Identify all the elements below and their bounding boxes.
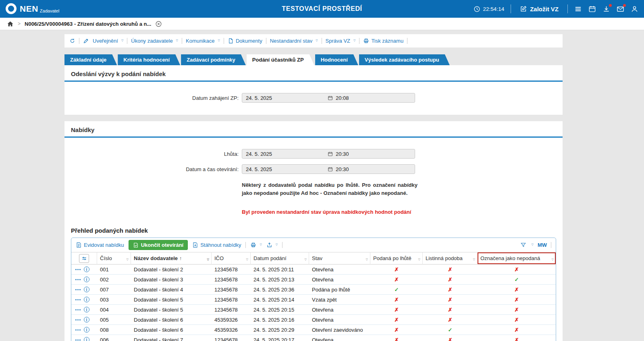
opening-datetime-field[interactable]: 24. 5. 2025 20:30: [242, 164, 415, 174]
offers-table: Číslo Název dodavatele IČO Datum podání …: [71, 252, 556, 341]
home-button[interactable]: [7, 21, 14, 27]
cell-stav: Otevřena: [309, 315, 370, 325]
row-info-icon[interactable]: [84, 297, 89, 302]
row-menu-icon[interactable]: [75, 309, 81, 310]
column-filter-icon[interactable]: [418, 255, 420, 261]
column-filter-icon[interactable]: [366, 255, 368, 261]
stahnout-nabidky-button[interactable]: Stáhnout nabídky: [192, 242, 241, 248]
mw-shortcut[interactable]: MW: [538, 242, 547, 248]
row-info-icon[interactable]: [84, 327, 89, 333]
tab-vysledek-zadavaciho-postupu[interactable]: Výsledek zadávacího postupu: [359, 54, 450, 65]
nen-logo[interactable]: NEN Zadavatel: [6, 2, 59, 16]
close-icon: [155, 21, 162, 27]
register-offer-icon: [76, 242, 82, 248]
calendar-icon[interactable]: [328, 95, 333, 101]
row-menu-icon[interactable]: [75, 269, 81, 270]
calendar-icon[interactable]: [328, 167, 333, 172]
tab-podani-ucastniku-zp[interactable]: Podání účastníků ZP: [247, 54, 314, 65]
start-datetime-field[interactable]: 24. 5. 2025 20:08: [242, 93, 415, 103]
toolbar-komunikace[interactable]: Komunikace: [186, 38, 220, 44]
column-filter-icon[interactable]: [552, 255, 554, 261]
cell-cislo: 006: [97, 335, 131, 341]
calendar-icon[interactable]: [328, 151, 333, 157]
tab-zadavaci-podminky[interactable]: Zadávací podmínky: [181, 54, 246, 65]
cell-cislo: 003: [97, 295, 131, 305]
row-menu-icon[interactable]: [75, 289, 81, 290]
row-info-icon[interactable]: [84, 267, 89, 272]
table-row[interactable]: 008 Dodavatel - školení 6 45359326 24. 5…: [71, 325, 556, 335]
column-filter-icon[interactable]: [246, 255, 248, 261]
column-filter-icon[interactable]: [127, 255, 129, 261]
calendar-button[interactable]: [588, 5, 596, 13]
tab-hodnoceni[interactable]: Hodnocení: [315, 54, 358, 65]
row-info-icon[interactable]: [84, 307, 89, 312]
column-header-datum-podani[interactable]: Datum podání: [251, 252, 309, 265]
table-row[interactable]: 001 Dodavatel - školení 2 12345678 24. 5…: [71, 265, 556, 275]
offers-table-title: Přehled podaných nabídek: [64, 215, 563, 238]
opening-time-value[interactable]: 20:30: [328, 166, 415, 172]
print-table-button[interactable]: [250, 242, 262, 248]
table-row[interactable]: 006 Dodavatel - školení 7 12345678 24. 5…: [71, 335, 556, 341]
refresh-button[interactable]: [69, 38, 75, 44]
column-header-stav[interactable]: Stav: [309, 252, 370, 265]
table-row[interactable]: 002 Dodavatel - školení 3 12345678 24. 5…: [71, 275, 556, 285]
column-header-listinna-podoba[interactable]: Listinná podoba: [423, 252, 478, 265]
toolbar-nestandardni-stav[interactable]: Nestandardní stav: [270, 38, 318, 44]
row-menu-icon[interactable]: [75, 319, 81, 320]
toolbar-uverejneni[interactable]: Uveřejnění: [93, 38, 123, 44]
row-menu-icon[interactable]: [75, 299, 81, 300]
column-header-podana-po-lhute[interactable]: Podaná po lhůtě: [370, 252, 423, 265]
toolbar-sprava-vz[interactable]: Správa VZ: [326, 38, 356, 44]
toolbar-ukony-zadavatele[interactable]: Úkony zadavatele: [131, 38, 178, 44]
column-settings-button[interactable]: [79, 254, 89, 263]
row-info-icon[interactable]: [84, 287, 89, 292]
column-label: Listinná podoba: [426, 255, 463, 261]
tab-kriteria-hodnoceni[interactable]: Kritéria hodnocení: [118, 54, 180, 65]
row-menu-icon[interactable]: [75, 339, 81, 341]
sort-ascending-icon[interactable]: [178, 255, 182, 261]
table-row[interactable]: 003 Dodavatel - školení 5 12345678 24. 5…: [71, 295, 556, 305]
row-info-icon[interactable]: [84, 317, 89, 322]
column-header-oznacena-jako-nepodana[interactable]: Označena jako nepodaná: [478, 252, 556, 265]
table-row[interactable]: 007 Dodavatel - školení 4 12345678 24. 5…: [71, 285, 556, 295]
deadline-datetime-field[interactable]: 24. 5. 2025 20:30: [242, 149, 415, 159]
deadline-time-value[interactable]: 20:30: [328, 151, 415, 157]
toolbar-tisk-zaznamu[interactable]: Tisk záznamu: [363, 38, 403, 44]
user-profile-button[interactable]: [631, 5, 638, 13]
filter-button[interactable]: [520, 242, 526, 248]
offers-section-title: Nabídky: [64, 121, 563, 136]
cell-nepodana: ✗: [478, 315, 556, 325]
messages-button[interactable]: [617, 5, 624, 13]
view-dropdown-button[interactable]: [530, 244, 534, 247]
ukoncit-label: Ukončit otevírání: [141, 242, 183, 248]
menu-button[interactable]: [574, 5, 582, 13]
downloads-button[interactable]: [602, 5, 610, 13]
toolbar-dokumenty[interactable]: Dokumenty: [228, 38, 262, 44]
column-header-ico[interactable]: IČO: [212, 252, 251, 265]
column-filter-icon[interactable]: [473, 255, 475, 261]
cell-datum: 24. 5. 2025 20:11: [251, 265, 309, 275]
row-info-icon[interactable]: [84, 337, 89, 341]
tab-zakladni-udaje[interactable]: Základní údaje: [64, 54, 117, 65]
row-info-icon[interactable]: [84, 277, 89, 282]
start-time-value[interactable]: 20:08: [328, 95, 415, 101]
start-date-value[interactable]: 24. 5. 2025: [242, 95, 328, 101]
column-filter-icon[interactable]: [207, 255, 209, 261]
row-menu-icon[interactable]: [75, 279, 81, 280]
deadline-date-value[interactable]: 24. 5. 2025: [242, 151, 328, 157]
row-menu-icon[interactable]: [75, 329, 81, 331]
close-record-button[interactable]: [155, 21, 162, 27]
edit-record-button[interactable]: [83, 38, 89, 44]
ukoncit-otevirani-button[interactable]: Ukončit otevírání: [129, 240, 188, 250]
column-header-nazev-dodavatele[interactable]: Název dodavatele: [131, 252, 212, 265]
table-row[interactable]: 004 Dodavatel - školení 5 12345678 24. 5…: [71, 305, 556, 315]
column-header-cislo[interactable]: Číslo: [97, 252, 131, 265]
column-filter-icon[interactable]: [305, 255, 307, 261]
export-table-button[interactable]: [266, 242, 278, 248]
table-row[interactable]: 005 Dodavatel - školení 6 45359326 24. 5…: [71, 315, 556, 325]
opening-date-value[interactable]: 24. 5. 2025: [242, 166, 328, 172]
create-vz-button[interactable]: Založit VZ: [517, 5, 561, 13]
evidovat-nabidku-button[interactable]: Evidovat nabídku: [76, 242, 124, 248]
breadcrumb-record[interactable]: N006/25/V00004963 - Zřízení datových okr…: [25, 21, 151, 27]
offers-table-toolbar-right: MW: [520, 242, 552, 248]
